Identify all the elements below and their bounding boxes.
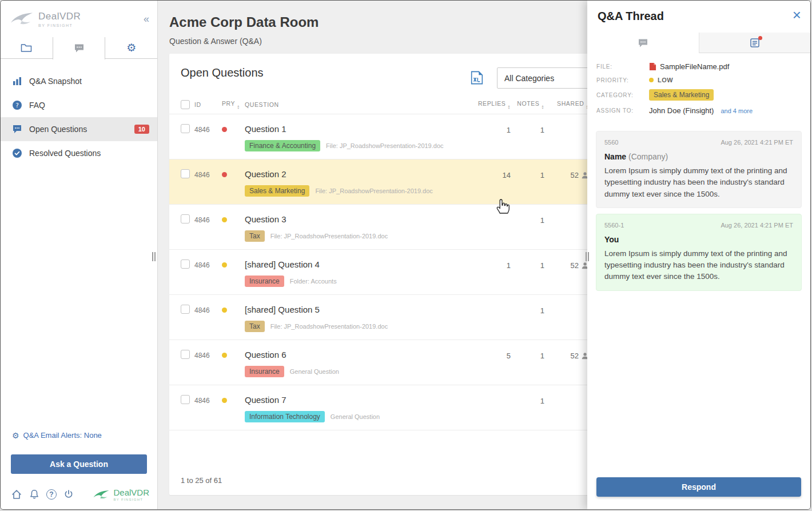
bell-icon[interactable] <box>29 489 40 500</box>
question-meta: File: JP_RoadshowPresentation-2019.doc <box>326 142 443 149</box>
collapse-sidebar-button[interactable]: « <box>144 13 149 25</box>
column-header-id[interactable]: ID <box>194 101 222 108</box>
assignees-more-link[interactable]: and 4 more <box>721 107 753 114</box>
priority-dot <box>222 172 227 177</box>
sidebar-item-open-questions[interactable]: Open Questions 10 <box>1 117 157 141</box>
row-checkbox[interactable] <box>181 169 190 178</box>
logo-text: DealVDR <box>38 11 81 22</box>
sidebar-item-faq[interactable]: ? FAQ <box>1 93 157 117</box>
sidebar-logo: DealVDR by FINSIGHT « <box>1 1 157 37</box>
question-tag: Finance & Accounting <box>245 140 320 151</box>
question-id: 4846 <box>194 260 222 269</box>
replies-count: 1 <box>473 124 511 134</box>
priority-dot <box>222 353 227 358</box>
sort-icon <box>237 105 240 109</box>
sidebar-footer: ? DealVDR by FINSIGHT <box>1 480 157 509</box>
close-icon[interactable]: × <box>793 7 801 22</box>
assignee-name: John Doe (Finsight) <box>649 106 714 115</box>
shared-count: 52 <box>571 261 579 270</box>
question-id: 4846 <box>194 395 222 405</box>
footer-logo-text: DealVDR <box>113 488 149 497</box>
sidebar-item-resolved-questions[interactable]: Resolved Questions <box>1 141 157 165</box>
message-id: 5560-1 <box>604 222 624 229</box>
row-checkbox[interactable] <box>181 214 190 223</box>
tab-thread-notes[interactable] <box>699 33 811 53</box>
column-header-notes[interactable]: NOTES <box>511 100 544 109</box>
respond-button[interactable]: Respond <box>596 477 801 497</box>
replies-count: 5 <box>473 350 511 360</box>
question-meta: Folder: Accounts <box>290 278 337 285</box>
sidebar-item-label: Resolved Questions <box>29 149 101 158</box>
question-title[interactable]: [shared] Question 4 <box>245 260 473 269</box>
question-title[interactable]: Question 1 <box>245 124 473 134</box>
question-title[interactable]: Question 7 <box>245 395 473 405</box>
row-checkbox[interactable] <box>181 305 190 314</box>
question-tag: Insurance <box>245 366 284 377</box>
question-title[interactable]: [shared] Question 5 <box>245 305 473 314</box>
question-id: 4846 <box>194 214 222 224</box>
notes-count: 1 <box>511 395 544 405</box>
sidebar-item-qa-snapshot[interactable]: Q&A Snapshot <box>1 69 157 93</box>
panel-header: Q&A Thread × <box>587 1 810 33</box>
panel-title: Q&A Thread <box>598 10 800 23</box>
column-header-priority[interactable]: PRY <box>222 100 245 109</box>
tab-documents[interactable] <box>1 37 53 58</box>
thread-message: 5560 Aug 26, 2021 4:21 PM ET Name (Compa… <box>596 131 802 208</box>
shared-count: 52 <box>571 171 579 179</box>
sidebar-item-label: Q&A Snapshot <box>29 77 82 86</box>
home-icon[interactable] <box>11 489 22 500</box>
shared-cell: 52 <box>544 350 589 360</box>
app-window: Acme Corp Data Room Question & Answer (Q… <box>0 0 811 510</box>
thread-message: 5560-1 Aug 26, 2021 4:21 PM ET You Lorem… <box>596 214 802 291</box>
panel-resize-handle[interactable] <box>585 252 590 261</box>
question-title[interactable]: Question 6 <box>245 350 473 360</box>
sidebar-tabs: ⚙ <box>1 37 157 59</box>
tab-settings[interactable]: ⚙ <box>105 37 157 58</box>
tab-qa[interactable] <box>53 37 106 59</box>
question-id: 4846 <box>194 305 222 314</box>
file-label: FILE: <box>596 63 649 70</box>
replies-count <box>473 305 511 306</box>
shared-cell <box>544 395 589 397</box>
row-checkbox[interactable] <box>181 395 190 404</box>
gear-icon: ⚙ <box>12 432 19 440</box>
question-meta: File: JP_RoadshowPresentation-2019.doc <box>315 187 432 194</box>
question-title[interactable]: Question 3 <box>245 214 473 224</box>
svg-text:?: ? <box>15 102 19 109</box>
sidebar-resize-handle[interactable] <box>152 252 156 261</box>
ask-question-button[interactable]: Ask a Question <box>11 454 147 474</box>
column-header-replies[interactable]: REPLIES <box>473 100 511 109</box>
field-file: FILE: SampleFileName.pdf <box>596 62 801 71</box>
priority-dot <box>222 127 227 132</box>
qa-email-alerts-link[interactable]: ⚙ Q&A Email Alerts: None <box>12 431 102 440</box>
question-meta: General Question <box>331 413 380 420</box>
thread-messages-list: 5560 Aug 26, 2021 4:21 PM ET Name (Compa… <box>587 124 810 291</box>
thread-fields: FILE: SampleFileName.pdf PRIORITY: LOW C… <box>587 53 810 124</box>
shared-cell <box>544 124 589 126</box>
power-icon[interactable] <box>63 489 74 500</box>
question-title[interactable]: Question 2 <box>245 169 473 179</box>
file-name[interactable]: SampleFileName.pdf <box>660 62 729 71</box>
column-header-shared[interactable]: SHARED <box>544 100 589 109</box>
message-id: 5560 <box>604 139 618 146</box>
question-id: 4846 <box>194 350 222 360</box>
export-xls-button[interactable] <box>471 71 483 85</box>
message-author-company: (Company) <box>628 152 668 161</box>
replies-count: 14 <box>473 169 511 179</box>
column-header-question[interactable]: QUESTION <box>245 101 473 108</box>
row-checkbox[interactable] <box>181 350 190 359</box>
replies-count <box>473 214 511 216</box>
notes-count: 1 <box>511 124 544 134</box>
chat-icon <box>638 38 648 48</box>
row-checkbox[interactable] <box>181 124 190 133</box>
priority-dot <box>649 78 654 82</box>
sidebar-menu: Q&A Snapshot ? FAQ Open Questions 10 <box>1 59 157 165</box>
notes-count: 1 <box>511 305 544 315</box>
message-timestamp: Aug 26, 2021 4:21 PM ET <box>721 222 793 229</box>
help-icon[interactable]: ? <box>46 489 57 500</box>
select-all-checkbox[interactable] <box>181 100 190 109</box>
chat-icon <box>74 43 85 53</box>
tab-thread-messages[interactable] <box>587 33 699 53</box>
row-checkbox[interactable] <box>181 260 190 269</box>
gear-icon: ⚙ <box>126 42 136 53</box>
